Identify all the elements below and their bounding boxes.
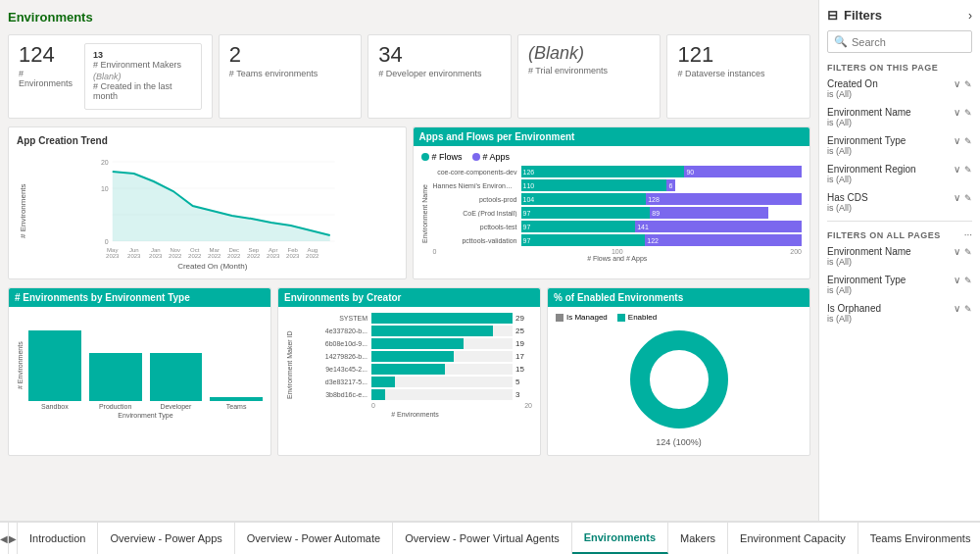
bar-0-apps: 90	[684, 166, 802, 177]
tab-makers[interactable]: Makers	[668, 523, 728, 554]
filter-env-name-edit[interactable]: ✎	[964, 108, 972, 118]
creator-bar-bg-5	[371, 377, 513, 387]
svg-text:2023: 2023	[149, 253, 163, 259]
svg-text:2023: 2023	[106, 253, 120, 259]
svg-text:2023: 2023	[286, 253, 300, 259]
filter-all-orphaned-edit[interactable]: ✎	[964, 304, 972, 314]
bar-label-2: pctools-prod	[433, 196, 521, 203]
dashboard: Environments 124 # Environments 13 # Env…	[0, 0, 818, 521]
kpi-label-environments: # Environments	[19, 69, 76, 88]
bar-5-bars: 97 122	[521, 234, 803, 246]
tab-introduction[interactable]: Introduction	[18, 523, 98, 554]
creator-bar-bg-2	[371, 338, 513, 349]
env-by-type-y-ticks: Sandbox Production Developer Teams	[28, 313, 263, 410]
tab-environment-capacity[interactable]: Environment Capacity	[728, 523, 858, 554]
filter-env-type-edit[interactable]: ✎	[964, 136, 972, 146]
tab-prev-button[interactable]: ◀	[0, 523, 9, 554]
apps-legend-dot	[472, 153, 480, 161]
creator-x-ticks: 0 20	[298, 402, 532, 409]
env-by-creator-y-label: Environment Maker ID	[286, 313, 298, 418]
svg-text:2022: 2022	[306, 253, 319, 259]
creator-val-4: 15	[513, 365, 532, 374]
filter-all-env-name-actions: ∨ ✎	[954, 246, 972, 257]
creator-bar-bg-6	[371, 389, 513, 400]
env-by-type-y-label: # Environments	[17, 313, 28, 419]
filter-has-cds-edit[interactable]: ✎	[964, 193, 972, 203]
filter-env-region-header: Environment Region ∨ ✎	[827, 164, 972, 175]
filter-all-env-name: Environment Name ∨ ✎ is (All)	[827, 246, 972, 267]
kpi-tooltip-environments: 13 # Environment Makers (Blank) # Create…	[84, 43, 202, 110]
env-type-label-sandbox: Sandbox	[28, 403, 81, 410]
filter-all-env-type-chevron[interactable]: ∨	[954, 275, 960, 285]
filter-env-type-chevron[interactable]: ∨	[954, 135, 960, 146]
env-by-creator-title: Environments by Creator	[278, 288, 540, 307]
app-creation-trend-card: App Creation Trend # Environments 20 10	[8, 126, 407, 279]
svg-text:10: 10	[101, 185, 109, 192]
creator-label-1: 4e337820-b...	[298, 327, 371, 334]
filter-all-env-name-edit[interactable]: ✎	[964, 247, 972, 257]
line-chart-y-label: # Environments	[17, 152, 27, 271]
filter-all-orphaned-chevron[interactable]: ∨	[954, 303, 960, 314]
filter-env-name-chevron[interactable]: ∨	[954, 107, 960, 118]
filter-env-region-chevron[interactable]: ∨	[954, 164, 960, 175]
tab-next-button[interactable]: ▶	[9, 523, 18, 554]
creator-val-1: 25	[513, 327, 532, 335]
env-type-label-developer: Developer	[150, 403, 203, 410]
env-bar-developer	[150, 313, 203, 401]
filter-env-region-edit[interactable]: ✎	[964, 165, 972, 175]
env-by-type-chart: # Environments	[17, 313, 263, 419]
kpi-card-dataverse: 121 # Dataverse instances	[666, 34, 810, 119]
filters-collapse-button[interactable]: ›	[968, 9, 972, 23]
env-bar-teams	[210, 313, 263, 401]
filters-search-input[interactable]	[852, 36, 965, 48]
filter-created-on-actions: ∨ ✎	[954, 78, 972, 89]
filters-all-more-button[interactable]: ···	[964, 229, 972, 240]
donut-pct-text: 124 (100%)	[656, 437, 702, 447]
bottom-tabs: ◀ ▶ Introduction Overview - Power Apps O…	[0, 521, 980, 554]
kpi-card-environments: 124 # Environments 13 # Environment Make…	[8, 34, 213, 119]
filter-env-type-actions: ∨ ✎	[954, 135, 972, 146]
tab-environments[interactable]: Environments	[572, 523, 668, 554]
tab-teams-environments[interactable]: Teams Environments	[858, 523, 980, 554]
filter-all-env-type-edit[interactable]: ✎	[964, 276, 972, 285]
filters-all-header: Filters on all pages ···	[827, 229, 972, 240]
filter-all-env-type-name: Environment Type	[827, 275, 906, 285]
filter-env-region-value: is (All)	[827, 175, 972, 184]
creator-label-5: d3e83217-5...	[298, 378, 371, 385]
creator-label-6: 3b8bd16c-e...	[298, 391, 371, 398]
tab-overview-power-automate[interactable]: Overview - Power Automate	[235, 523, 393, 554]
page-filters-label: Filters on this page	[827, 63, 972, 73]
filter-all-env-name-header: Environment Name ∨ ✎	[827, 246, 972, 257]
bar-3-bars: 97 89	[521, 207, 803, 219]
tooltip-label1: # Environment Makers	[93, 60, 193, 70]
filter-has-cds-chevron[interactable]: ∨	[954, 192, 960, 203]
bar-label-0: coe-core-components-dev	[433, 169, 521, 176]
bar-label-3: CoE (Prod Install)	[433, 210, 521, 217]
kpi-label-dataverse: # Dataverse instances	[677, 69, 800, 78]
tab-overview-power-virtual-agents[interactable]: Overview - Power Virtual Agents	[393, 523, 572, 554]
filter-env-type-value: is (All)	[827, 146, 972, 156]
bar-5-apps: 122	[645, 234, 802, 246]
filter-has-cds-name: Has CDS	[827, 192, 868, 203]
filter-has-cds-actions: ∨ ✎	[954, 192, 972, 203]
bar-row-4: pcttools-test 97 141	[433, 221, 803, 232]
svg-marker-7	[113, 172, 330, 241]
creator-row-2: 6b08e10d-9... 19	[298, 338, 532, 349]
env-bar-production-fill	[89, 353, 142, 402]
bar-3-flows: 97	[521, 207, 651, 219]
creator-bar-fill-1	[371, 326, 493, 336]
line-chart-x-label: Created On (Month)	[27, 262, 398, 271]
creator-val-6: 3	[513, 390, 532, 399]
filters-search-box[interactable]: 🔍	[827, 30, 972, 53]
filter-all-env-name-chevron[interactable]: ∨	[954, 246, 960, 257]
creator-row-5: d3e83217-5... 5	[298, 377, 532, 387]
tab-overview-power-apps[interactable]: Overview - Power Apps	[98, 523, 234, 554]
svg-text:0: 0	[105, 238, 109, 245]
env-by-type-x-labels: Sandbox Production Developer Teams	[28, 403, 263, 410]
kpi-card-trial: (Blank) # Trial environments	[517, 34, 662, 119]
filter-created-on-chevron[interactable]: ∨	[954, 78, 960, 89]
filter-all-env-type-actions: ∨ ✎	[954, 275, 972, 285]
filter-created-on-edit[interactable]: ✎	[964, 79, 972, 89]
apps-flows-chart-area: Environment Name coe-core-components-dev…	[421, 166, 803, 262]
kpi-value-trial: (Blank)	[528, 43, 651, 64]
